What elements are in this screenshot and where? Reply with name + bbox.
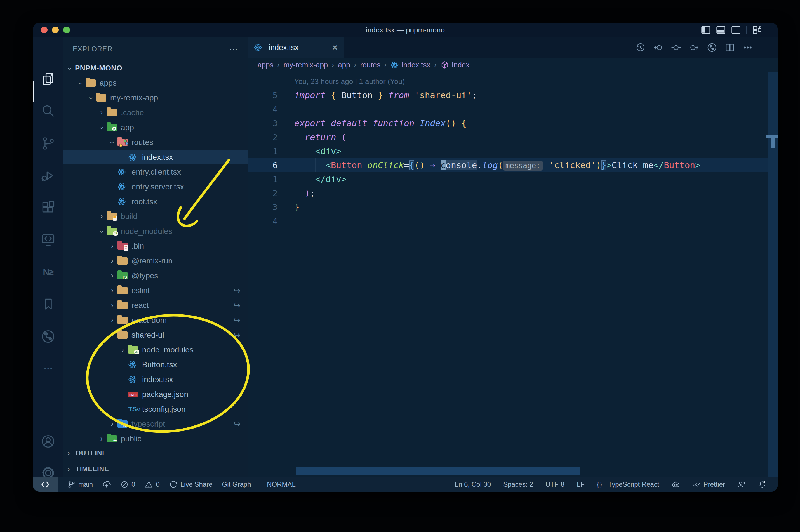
tree-item-app[interactable]: ›✱app: [63, 120, 248, 135]
tree-item-public[interactable]: ›●●public: [63, 431, 248, 445]
tree-item-typescript[interactable]: ›TStypescript↪: [63, 417, 248, 431]
tree-item-my-remix-app[interactable]: ›my-remix-app: [63, 90, 248, 105]
customize-layout-icon[interactable]: [753, 26, 762, 34]
code-editor[interactable]: You, 23 hours ago | 1 author (You) 5impo…: [248, 73, 778, 477]
status-live-share[interactable]: Live Share: [169, 480, 213, 489]
code-line-4[interactable]: 4: [248, 102, 778, 116]
tree-item-build[interactable]: ›build: [63, 209, 248, 224]
activity-bookmarks-icon[interactable]: [33, 292, 63, 317]
status-indentation[interactable]: Spaces: 2: [503, 480, 533, 488]
activity-bar: N≥⋯1: [33, 37, 63, 477]
tree-item-entry-server-tsx[interactable]: ›entry.server.tsx: [63, 179, 248, 194]
sidebar-more-actions-icon[interactable]: ⋯: [229, 44, 238, 54]
title-bar[interactable]: index.tsx — pnpm-mono: [33, 23, 778, 37]
status-label: -- NORMAL --: [261, 480, 302, 488]
tree-item-entry-client-tsx[interactable]: ›entry.client.tsx: [63, 165, 248, 179]
horizontal-scrollbar[interactable]: [296, 467, 579, 475]
traffic-light-minimize[interactable]: [52, 26, 59, 33]
status-warnings[interactable]: 0: [145, 480, 159, 489]
tab-label: index.tsx: [269, 43, 299, 52]
code-text: );: [294, 186, 315, 200]
tree-item-node-modules[interactable]: ›JSnode_modules: [63, 342, 248, 357]
activity-more-views-icon[interactable]: ⋯: [33, 356, 63, 381]
tree-item-react-dom[interactable]: ›react-dom↪: [63, 313, 248, 327]
status-language-mode[interactable]: { }TypeScript React: [597, 480, 659, 489]
section-timeline[interactable]: ›TIMELINE: [63, 461, 248, 477]
activity-account-icon[interactable]: [33, 429, 63, 454]
tree-item-package-json[interactable]: ›npmpackage.json: [63, 387, 248, 402]
code-line-6[interactable]: 6 <Button onClick={() ⇒ console.log(mess…: [248, 158, 778, 172]
code-line-1[interactable]: 1 </div>: [248, 172, 778, 186]
breadcrumb-routes[interactable]: routes: [360, 61, 380, 69]
double-check-icon: [692, 480, 701, 489]
tree-item-index-tsx[interactable]: ›index.tsx: [63, 372, 248, 387]
code-line-1[interactable]: 1 <div>: [248, 144, 778, 158]
traffic-light-zoom[interactable]: [63, 26, 70, 33]
code-line-5[interactable]: 5import { Button } from 'shared-ui';: [248, 88, 778, 102]
status-cursor-position[interactable]: Ln 6, Col 30: [455, 480, 491, 488]
tree-item-apps[interactable]: ›apps: [63, 76, 248, 90]
tree-item--types[interactable]: ›TS@types: [63, 268, 248, 283]
tree-item-root-tsx[interactable]: ›root.tsx: [63, 194, 248, 209]
split-editor-icon[interactable]: [724, 42, 735, 53]
breadcrumb-index-tsx[interactable]: index.tsx: [391, 61, 431, 69]
activity-source-control-icon[interactable]: [33, 131, 63, 156]
traffic-light-close[interactable]: [41, 26, 47, 33]
activity-nx-console-icon[interactable]: N≥: [33, 260, 63, 285]
activity-git-graph-icon[interactable]: [33, 324, 63, 349]
status-publish[interactable]: [102, 480, 111, 489]
tree-item-button-tsx[interactable]: ›Button.tsx: [63, 357, 248, 372]
breadcrumb-my-remix-app[interactable]: my-remix-app: [283, 61, 328, 69]
status-feedback[interactable]: [737, 480, 746, 489]
breadcrumb-apps[interactable]: apps: [258, 61, 273, 69]
editor-group: index.tsx ✕ apps›my-remix-app›app›routes…: [248, 37, 778, 477]
tree-item--remix-run[interactable]: ›@remix-run: [63, 253, 248, 268]
tab-close-icon[interactable]: ✕: [332, 43, 338, 52]
breadcrumb-index[interactable]: Index: [441, 61, 470, 69]
code-line-3[interactable]: 3}: [248, 200, 778, 214]
code-line-2[interactable]: 2 return (: [248, 130, 778, 144]
breadcrumb-app[interactable]: app: [338, 61, 350, 69]
git-graph-circle-icon[interactable]: [707, 42, 717, 53]
tree-item-pnpm-mono[interactable]: ›PNPM-MONO: [63, 61, 248, 76]
status-branch[interactable]: main: [67, 480, 93, 489]
layout-sidebar-left-icon[interactable]: [701, 26, 710, 34]
layout-sidebar-right-icon[interactable]: [731, 26, 741, 34]
activity-explorer-icon[interactable]: [33, 66, 63, 92]
layout-panel-icon[interactable]: [716, 26, 726, 34]
more-icon[interactable]: [742, 42, 753, 53]
tree-item-routes[interactable]: ›routes: [63, 135, 248, 150]
tree-item-react[interactable]: ›react↪: [63, 298, 248, 313]
status-notifications[interactable]: [758, 480, 766, 489]
back-circle-icon[interactable]: [653, 42, 664, 53]
status-vim-mode[interactable]: -- NORMAL --: [261, 480, 302, 488]
tree-item-node-modules[interactable]: ›JSnode_modules: [63, 224, 248, 239]
tree-item-eslint[interactable]: ›eslint↪: [63, 283, 248, 298]
status-formatter[interactable]: Prettier: [692, 480, 725, 489]
tree-item-shared-ui[interactable]: ›shared-ui↪: [63, 327, 248, 342]
code-line-2[interactable]: 2 );: [248, 186, 778, 200]
dash-circle-icon[interactable]: [671, 42, 681, 53]
activity-run-debug-icon[interactable]: [33, 163, 63, 188]
overview-ruler[interactable]: [768, 73, 778, 477]
activity-extensions-icon[interactable]: [33, 195, 63, 221]
forward-circle-icon[interactable]: [689, 42, 699, 53]
status-git-graph[interactable]: Git Graph: [222, 480, 251, 488]
section-outline[interactable]: ›OUTLINE: [63, 445, 248, 461]
tree-item-index-tsx[interactable]: ›index.tsx: [63, 150, 248, 165]
activity-search-icon[interactable]: [33, 99, 63, 124]
status-errors[interactable]: 0: [120, 480, 135, 489]
code-line-3[interactable]: 3export default function Index() {: [248, 116, 778, 130]
tree-item--bin[interactable]: ›0110.bin: [63, 239, 248, 253]
tab-index-tsx[interactable]: index.tsx ✕: [248, 37, 344, 58]
code-line-4[interactable]: 4: [248, 214, 778, 228]
code-lines: 5import { Button } from 'shared-ui';43ex…: [248, 88, 778, 228]
history-icon[interactable]: [635, 42, 646, 53]
activity-remote-explorer-icon[interactable]: [33, 227, 63, 252]
tree-item-tsconfig-json[interactable]: ›TS⚙tsconfig.json: [63, 402, 248, 417]
status-copilot[interactable]: [672, 480, 680, 489]
status-eol[interactable]: LF: [577, 480, 585, 488]
tree-item--cache[interactable]: ›.cache: [63, 105, 248, 120]
status-encoding[interactable]: UTF-8: [546, 480, 565, 488]
remote-indicator[interactable]: [33, 477, 58, 492]
